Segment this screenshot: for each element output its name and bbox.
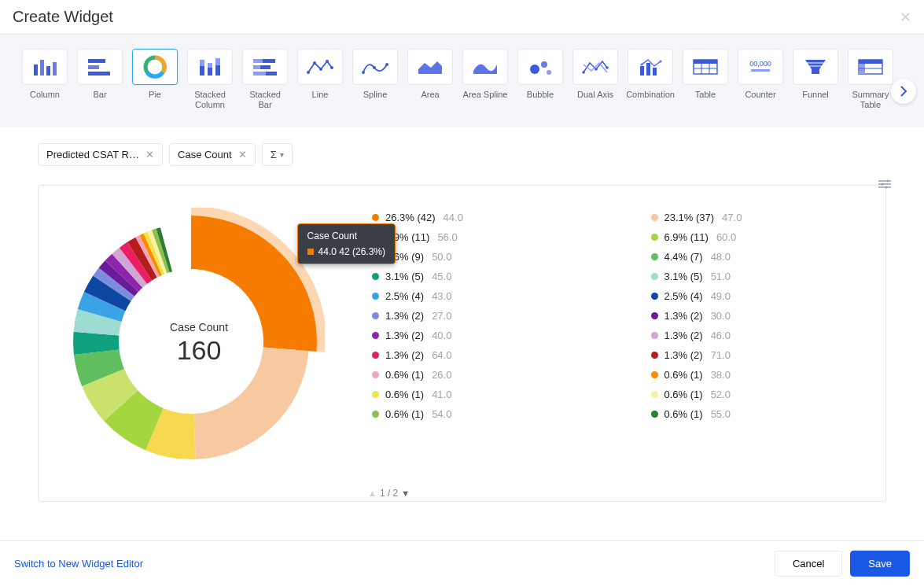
chart-type-stacked-bar[interactable]: Stacked Bar bbox=[242, 49, 288, 110]
legend-value: 2.5% (4) bbox=[385, 290, 424, 302]
line-chart-icon[interactable] bbox=[297, 49, 343, 85]
stacked-column-chart-icon[interactable] bbox=[187, 49, 233, 85]
svg-point-28 bbox=[530, 64, 539, 74]
legend-swatch bbox=[651, 371, 658, 378]
svg-point-20 bbox=[307, 71, 310, 74]
legend-category: 54.0 bbox=[432, 408, 451, 420]
bubble-chart-icon[interactable] bbox=[517, 49, 563, 85]
legend-item[interactable]: 0.6% (1)26.0 bbox=[372, 365, 588, 385]
chart-type-area-spline[interactable]: Area Spline bbox=[462, 49, 508, 100]
legend-value: 0.6% (1) bbox=[664, 389, 703, 400]
legend-swatch bbox=[372, 293, 379, 300]
legend-item[interactable]: 1.3% (2)71.0 bbox=[651, 345, 867, 365]
legend-item[interactable]: 0.6% (1)54.0 bbox=[372, 404, 588, 424]
chart-type-dual-axis[interactable]: Dual Axis bbox=[572, 49, 618, 100]
field-pill[interactable]: Case Count ✕ bbox=[169, 143, 256, 166]
legend-category: 26.0 bbox=[432, 369, 451, 381]
table-chart-icon[interactable] bbox=[683, 49, 728, 85]
legend-value: 6.9% (11) bbox=[664, 231, 709, 243]
legend-swatch bbox=[651, 234, 658, 241]
remove-pill-icon[interactable]: ✕ bbox=[238, 149, 247, 160]
svg-point-54 bbox=[881, 183, 883, 186]
chart-type-line[interactable]: Line bbox=[297, 49, 343, 100]
legend-item[interactable]: 0.6% (1)55.0 bbox=[651, 404, 867, 424]
chart-type-spline[interactable]: Spline bbox=[352, 49, 398, 100]
pie-chart-icon[interactable] bbox=[132, 49, 178, 85]
legend-item[interactable]: 6.9% (11)56.0 bbox=[372, 227, 588, 247]
legend-item[interactable]: 2.5% (4)49.0 bbox=[651, 286, 867, 306]
legend-item[interactable]: 1.3% (2)30.0 bbox=[651, 306, 867, 326]
chart-type-label: Bubble bbox=[527, 90, 554, 100]
chart-type-pie[interactable]: Pie bbox=[132, 49, 178, 100]
chart-type-bubble[interactable]: Bubble bbox=[517, 49, 563, 100]
scroll-right-button[interactable] bbox=[891, 79, 916, 104]
chart-type-summary-table[interactable]: Summary Table bbox=[848, 49, 893, 110]
chart-panel: Case Count 160 Case Count 44.0 42 (26.3%… bbox=[38, 185, 886, 502]
legend-item[interactable]: 3.1% (5)51.0 bbox=[651, 267, 867, 286]
chart-type-funnel[interactable]: Funnel bbox=[793, 49, 838, 100]
area-spline-chart-icon[interactable] bbox=[462, 49, 508, 85]
svg-point-27 bbox=[385, 63, 388, 66]
legend-item[interactable]: 1.3% (2)27.0 bbox=[372, 306, 588, 326]
legend-item[interactable]: 0.6% (1)52.0 bbox=[651, 385, 867, 404]
legend-item[interactable]: 26.3% (42)44.0 bbox=[372, 208, 588, 227]
chart-type-table[interactable]: Table bbox=[683, 49, 728, 100]
counter-chart-icon[interactable]: 00,000 bbox=[738, 49, 783, 85]
legend-item[interactable]: 1.3% (2)64.0 bbox=[372, 345, 588, 365]
chart-settings-icon[interactable] bbox=[878, 179, 891, 191]
donut-center-value: 160 bbox=[170, 334, 228, 365]
spline-chart-icon[interactable] bbox=[352, 49, 398, 85]
bar-chart-icon[interactable] bbox=[77, 49, 123, 85]
chart-type-label: Funnel bbox=[802, 90, 829, 100]
cancel-button[interactable]: Cancel bbox=[775, 551, 842, 557]
chart-type-stacked-column[interactable]: Stacked Column bbox=[187, 49, 233, 110]
legend-item[interactable]: 5.6% (9)50.0 bbox=[372, 247, 588, 267]
chart-type-area[interactable]: Area bbox=[407, 49, 453, 100]
legend-swatch bbox=[372, 411, 379, 418]
legend-category: 47.0 bbox=[722, 212, 742, 223]
legend-item[interactable]: 1.3% (2)46.0 bbox=[651, 326, 867, 345]
save-button[interactable]: Save bbox=[850, 551, 910, 557]
sigma-icon: Σ bbox=[271, 149, 277, 160]
legend-item[interactable]: 6.9% (11)60.0 bbox=[651, 227, 867, 247]
svg-point-23 bbox=[326, 60, 329, 63]
column-chart-icon[interactable] bbox=[22, 49, 68, 85]
legend-item[interactable]: 1.3% (2)40.0 bbox=[372, 326, 588, 345]
pager-text: 1 / 2 bbox=[380, 488, 398, 499]
svg-point-32 bbox=[595, 68, 598, 71]
legend-item[interactable]: 2.5% (4)43.0 bbox=[372, 286, 588, 306]
legend-item[interactable]: 0.6% (1)38.0 bbox=[651, 365, 867, 385]
legend-swatch bbox=[651, 273, 658, 280]
chart-type-label: Table bbox=[695, 90, 716, 100]
legend-item[interactable]: 23.1% (37)47.0 bbox=[651, 208, 867, 227]
legend-pager[interactable]: ▲ 1 / 2 ▼ bbox=[368, 488, 410, 499]
pager-next-icon[interactable]: ▼ bbox=[401, 488, 410, 498]
remove-pill-icon[interactable]: ✕ bbox=[145, 149, 154, 160]
legend-swatch bbox=[651, 253, 658, 260]
legend-item[interactable]: 4.4% (7)48.0 bbox=[651, 247, 867, 267]
legend-category: 71.0 bbox=[711, 349, 731, 361]
legend-item[interactable]: 0.6% (1)41.0 bbox=[372, 385, 588, 404]
chart-type-bar[interactable]: Bar bbox=[77, 49, 123, 100]
dual-axis-chart-icon[interactable] bbox=[572, 49, 618, 85]
legend-value: 3.1% (5) bbox=[385, 271, 424, 282]
legend-value: 1.3% (2) bbox=[385, 310, 424, 322]
funnel-chart-icon[interactable] bbox=[793, 49, 838, 85]
pager-prev-icon[interactable]: ▲ bbox=[368, 488, 377, 498]
svg-rect-2 bbox=[46, 66, 50, 76]
chart-type-column[interactable]: Column bbox=[22, 49, 68, 100]
chart-type-label: Bar bbox=[93, 90, 106, 100]
sigma-aggregate-button[interactable]: Σ ▾ bbox=[262, 143, 293, 166]
legend-value: 1.3% (2) bbox=[664, 330, 703, 341]
summary-table-chart-icon[interactable] bbox=[848, 49, 893, 85]
chart-type-counter[interactable]: 00,000Counter bbox=[738, 49, 783, 100]
area-chart-icon[interactable] bbox=[407, 49, 453, 85]
combination-chart-icon[interactable] bbox=[628, 49, 673, 85]
stacked-bar-chart-icon[interactable] bbox=[242, 49, 288, 85]
chart-type-combination[interactable]: Combination bbox=[628, 49, 673, 100]
legend-item[interactable]: 3.1% (5)45.0 bbox=[372, 267, 588, 286]
field-pill[interactable]: Predicted CSAT R… ✕ bbox=[38, 143, 163, 166]
svg-rect-1 bbox=[40, 60, 44, 76]
svg-text:00,000: 00,000 bbox=[749, 60, 771, 68]
close-icon[interactable]: ✕ bbox=[900, 9, 911, 26]
